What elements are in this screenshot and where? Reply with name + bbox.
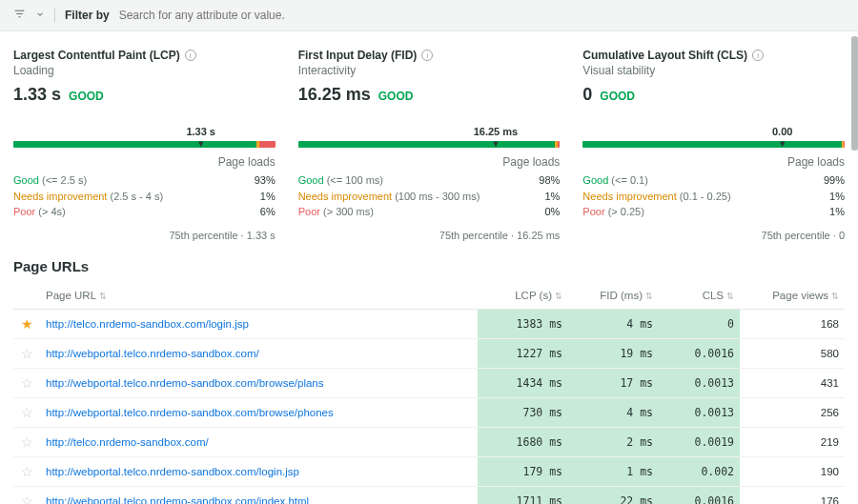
page-url[interactable]: http://webportal.telco.nrdemo-sandbox.co… (40, 338, 478, 368)
vital-card: Largest Contentful Paint (LCP)iLoading1.… (13, 49, 276, 241)
star-icon[interactable]: ☆ (13, 338, 40, 368)
star-icon[interactable]: ★ (13, 309, 40, 338)
vitals-row: Largest Contentful Paint (LCP)iLoading1.… (0, 31, 858, 254)
filter-label: Filter by (65, 9, 110, 22)
table-row[interactable]: ★http://telco.nrdemo-sandbox.com/login.j… (13, 309, 845, 338)
vital-subtitle: Visual stability (582, 64, 845, 77)
percentile-text: 75th percentile · 1.33 s (13, 230, 276, 241)
vital-badge: GOOD (69, 90, 104, 103)
table-row[interactable]: ☆http://webportal.telco.nrdemo-sandbox.c… (13, 486, 845, 504)
section-title: Page URLs (0, 254, 858, 282)
fid-cell: 22 ms (568, 486, 659, 504)
vital-value: 16.25 ms (298, 85, 371, 105)
info-icon[interactable]: i (185, 50, 196, 61)
fid-cell: 19 ms (568, 338, 659, 368)
views-cell: 256 (740, 397, 845, 427)
filter-bar: Filter by (0, 0, 858, 31)
percentile-text: 75th percentile · 16.25 ms (298, 230, 561, 241)
views-cell: 431 (740, 368, 845, 397)
table-row[interactable]: ☆http://telco.nrdemo-sandbox.com/1680 ms… (13, 427, 845, 456)
percentile-marker: 0.00▼ (745, 126, 821, 149)
table-row[interactable]: ☆http://webportal.telco.nrdemo-sandbox.c… (13, 368, 845, 397)
table-row[interactable]: ☆http://webportal.telco.nrdemo-sandbox.c… (13, 456, 845, 486)
page-url[interactable]: http://webportal.telco.nrdemo-sandbox.co… (40, 456, 478, 486)
vital-card: Cumulative Layout Shift (CLS)iVisual sta… (582, 49, 845, 241)
vital-value: 0 (582, 85, 592, 105)
legend: Good (<= 2.5 s)93%Needs improvement (2.5… (13, 172, 276, 220)
legend: Good (<= 0.1)99%Needs improvement (0.1 -… (582, 172, 845, 220)
col-fid[interactable]: FID (ms)⇅ (568, 282, 659, 310)
star-icon[interactable]: ☆ (13, 368, 40, 397)
page-url[interactable]: http://telco.nrdemo-sandbox.com/ (40, 427, 478, 456)
fid-cell: 17 ms (568, 368, 659, 397)
cls-cell: 0.002 (659, 456, 740, 486)
vital-value: 1.33 s (13, 85, 61, 105)
page-url[interactable]: http://webportal.telco.nrdemo-sandbox.co… (40, 397, 478, 427)
views-cell: 190 (740, 456, 845, 486)
star-icon[interactable]: ☆ (13, 427, 40, 456)
info-icon[interactable]: i (752, 50, 764, 61)
legend: Good (<= 100 ms)98%Needs improvement (10… (298, 172, 561, 220)
sort-icon[interactable]: ⇅ (726, 292, 734, 301)
page-loads-label: Page loads (13, 155, 276, 169)
filter-icon[interactable] (13, 8, 26, 23)
percentile-marker: 1.33 s▼ (163, 126, 239, 149)
cls-cell: 0.0016 (659, 338, 740, 368)
sort-icon[interactable]: ⇅ (645, 292, 653, 301)
vital-card: First Input Delay (FID)iInteractivity16.… (298, 49, 561, 241)
lcp-cell: 1227 ms (478, 338, 568, 368)
table-row[interactable]: ☆http://webportal.telco.nrdemo-sandbox.c… (13, 397, 845, 427)
lcp-cell: 179 ms (478, 456, 568, 486)
percentile-text: 75th percentile · 0 (582, 230, 845, 241)
fid-cell: 4 ms (568, 397, 659, 427)
chevron-down-icon[interactable] (35, 9, 45, 22)
vital-title: First Input Delay (FID) (298, 49, 418, 62)
fid-cell: 2 ms (568, 427, 659, 456)
col-lcp[interactable]: LCP (s)⇅ (478, 282, 568, 310)
cls-cell: 0.0016 (659, 486, 740, 504)
col-url[interactable]: Page URL⇅ (40, 282, 478, 310)
page-loads-label: Page loads (582, 155, 845, 169)
cls-cell: 0.0013 (659, 397, 740, 427)
views-cell: 580 (740, 338, 845, 368)
star-icon[interactable]: ☆ (13, 486, 40, 504)
divider (54, 8, 55, 23)
lcp-cell: 1434 ms (478, 368, 568, 397)
info-icon[interactable]: i (421, 50, 433, 61)
table-row[interactable]: ☆http://webportal.telco.nrdemo-sandbox.c… (13, 338, 845, 368)
vital-title: Cumulative Layout Shift (CLS) (582, 49, 747, 62)
page-url[interactable]: http://telco.nrdemo-sandbox.com/login.js… (40, 309, 478, 338)
sort-icon[interactable]: ⇅ (831, 292, 839, 301)
sort-icon[interactable]: ⇅ (99, 292, 107, 301)
vital-subtitle: Interactivity (298, 64, 561, 77)
lcp-cell: 730 ms (478, 397, 568, 427)
page-loads-label: Page loads (298, 155, 561, 169)
fid-cell: 4 ms (568, 309, 659, 338)
vital-badge: GOOD (378, 90, 414, 103)
fid-cell: 1 ms (568, 456, 659, 486)
lcp-cell: 1680 ms (478, 427, 568, 456)
sort-icon[interactable]: ⇅ (555, 292, 562, 301)
vital-badge: GOOD (600, 90, 635, 103)
views-cell: 219 (740, 427, 845, 456)
star-icon[interactable]: ☆ (13, 456, 40, 486)
vital-title: Largest Contentful Paint (LCP) (13, 49, 180, 62)
star-icon[interactable]: ☆ (13, 397, 40, 427)
page-url[interactable]: http://webportal.telco.nrdemo-sandbox.co… (40, 486, 478, 504)
cls-cell: 0 (659, 309, 740, 338)
page-url[interactable]: http://webportal.telco.nrdemo-sandbox.co… (40, 368, 478, 397)
filter-input[interactable] (119, 9, 845, 22)
col-cls[interactable]: CLS⇅ (659, 282, 740, 310)
scrollbar[interactable] (851, 36, 858, 151)
views-cell: 176 (740, 486, 845, 504)
lcp-cell: 1711 ms (478, 486, 568, 504)
views-cell: 168 (740, 309, 845, 338)
page-urls-table: Page URL⇅LCP (s)⇅FID (ms)⇅CLS⇅Page views… (0, 282, 858, 505)
percentile-marker: 16.25 ms▼ (458, 126, 534, 149)
vital-subtitle: Loading (13, 64, 276, 77)
lcp-cell: 1383 ms (478, 309, 568, 338)
cls-cell: 0.0019 (659, 427, 740, 456)
col-views[interactable]: Page views⇅ (740, 282, 845, 310)
cls-cell: 0.0013 (659, 368, 740, 397)
